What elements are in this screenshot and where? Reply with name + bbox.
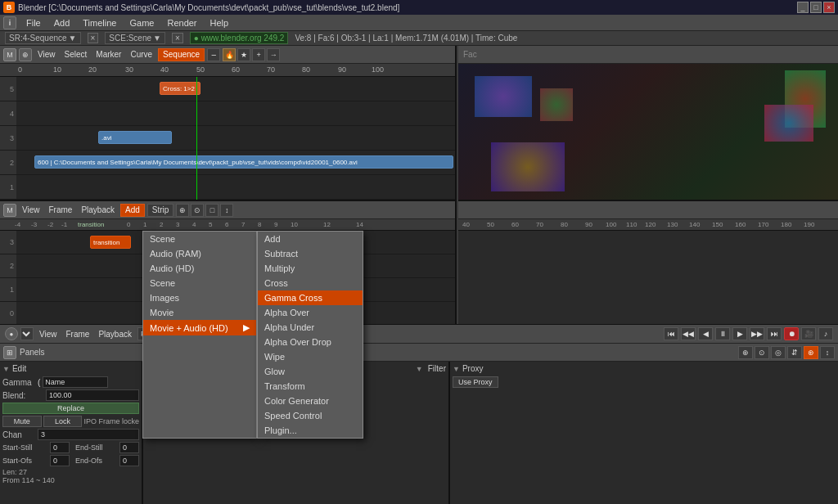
seq-arrow-btn[interactable]: → xyxy=(267,48,280,61)
clip-avi-local[interactable]: .avi xyxy=(98,131,172,144)
menu-audio-ram[interactable]: Scene xyxy=(143,232,256,246)
start-ofs-wrap[interactable]: 0 xyxy=(50,455,70,466)
seq-flame-btn[interactable]: 🔥 xyxy=(223,48,236,61)
seq2-btn1[interactable]: ⊕ xyxy=(176,204,189,217)
mute-btn[interactable]: Mute xyxy=(2,416,42,427)
panel-btn-5[interactable]: ⊛ xyxy=(804,346,818,359)
seq-plus-btn[interactable]: + xyxy=(252,48,265,61)
seq2-add-btn[interactable]: Add xyxy=(120,204,145,217)
submenu-multiply[interactable]: Multiply xyxy=(258,261,363,276)
play-playback[interactable]: Playback xyxy=(95,329,135,340)
panel-btn-2[interactable]: ⊙ xyxy=(755,346,769,359)
seq-marker-menu[interactable]: Marker xyxy=(92,49,124,60)
play-audio[interactable]: ♪ xyxy=(818,327,833,340)
submenu-wipe[interactable]: Wipe xyxy=(258,349,363,364)
menu-movie-audio[interactable]: Movie xyxy=(143,305,256,320)
play-stop[interactable]: ⏸ xyxy=(715,327,730,340)
submenu-add[interactable]: Add xyxy=(258,232,363,246)
clip-avi-600[interactable]: 600 | C:\Documents and Settings\Carla\My… xyxy=(34,155,453,169)
chan-val-wrap[interactable]: 3 xyxy=(38,429,139,440)
lock-btn[interactable]: Lock xyxy=(43,416,83,427)
name-input[interactable] xyxy=(43,376,108,388)
menu-game[interactable]: Game xyxy=(126,17,157,29)
seq2-playback[interactable]: Playback xyxy=(78,205,118,215)
x-close[interactable]: × xyxy=(88,33,99,43)
start-still-label: Start-Still xyxy=(2,443,47,452)
seq-select-menu[interactable]: Select xyxy=(61,49,91,60)
menu-file[interactable]: File xyxy=(23,17,44,29)
submenu-plugin[interactable]: Plugin... xyxy=(258,423,363,438)
sr-selector[interactable]: SR:4-Sequence ▼ xyxy=(5,32,81,44)
panel-btn-6[interactable]: ↕ xyxy=(820,346,835,359)
play-mode-select[interactable] xyxy=(20,327,34,340)
blender-url: ● www.blender.org 249.2 xyxy=(190,32,289,44)
panels-label: Panels xyxy=(20,348,45,357)
start-still-wrap[interactable]: 0 xyxy=(50,442,70,453)
use-proxy-btn[interactable]: Use Proxy xyxy=(453,376,498,388)
end-ofs-wrap[interactable]: 0 xyxy=(119,455,139,466)
play-fwd2[interactable]: ▶▶ xyxy=(750,327,764,340)
menu-help[interactable]: Help xyxy=(207,17,232,29)
menu-images[interactable]: Scene xyxy=(143,276,256,290)
play-play[interactable]: ▶ xyxy=(732,327,747,340)
start-ofs-label: Start-Ofs xyxy=(2,457,47,465)
maximize-btn[interactable]: □ xyxy=(810,2,822,13)
play-back1[interactable]: ◀ xyxy=(698,327,713,340)
submenu-alpha-over-drop[interactable]: Alpha Over Drop xyxy=(258,335,363,349)
seq2-strip-btn[interactable]: Strip xyxy=(147,204,174,217)
clip-cross[interactable]: Cross: 1>2 xyxy=(160,82,200,95)
menu-timeline[interactable]: Timeline xyxy=(79,17,119,29)
seq2-frame[interactable]: Frame xyxy=(46,205,76,215)
menu-scene[interactable]: Audio (HD) xyxy=(143,261,256,276)
seq-tab-sequence[interactable]: Sequence xyxy=(158,48,205,61)
panel-btn-4[interactable]: ⇵ xyxy=(787,346,802,359)
sce-selector[interactable]: SCE:Scene ▼ xyxy=(105,32,165,44)
menu-movie[interactable]: Images xyxy=(143,290,256,305)
sce-close[interactable]: × xyxy=(172,33,183,43)
seq2-view[interactable]: View xyxy=(19,205,43,215)
submenu-cross[interactable]: Cross xyxy=(258,276,363,290)
end-still-wrap[interactable]: 0 xyxy=(119,442,139,453)
play-frame[interactable]: Frame xyxy=(63,329,93,340)
seq-view-menu[interactable]: View xyxy=(34,49,59,60)
menu-effect[interactable]: Movie + Audio (HD) ▶ xyxy=(143,320,256,335)
seq-star-btn[interactable]: ★ xyxy=(237,48,250,61)
menu-render[interactable]: Render xyxy=(164,17,200,29)
submenu-color-gen[interactable]: Color Generator xyxy=(258,394,363,408)
panel-btn-1[interactable]: ⊕ xyxy=(738,346,753,359)
close-btn[interactable]: × xyxy=(823,2,835,13)
play-view[interactable]: View xyxy=(36,329,61,340)
ruler-40: 40 xyxy=(160,65,169,74)
blend-input-wrap[interactable]: 100.00 xyxy=(46,389,139,401)
ruler-70: 70 xyxy=(267,65,275,74)
clip-transition[interactable]: transition xyxy=(90,236,131,249)
submenu-speed-control[interactable]: Speed Control xyxy=(258,408,363,423)
proxy-title: Proxy xyxy=(462,364,484,373)
play-end[interactable]: ⏭ xyxy=(767,327,782,340)
seq2-btn2[interactable]: ⊙ xyxy=(191,204,204,217)
replace-btn[interactable]: Replace xyxy=(2,403,139,414)
seq-minus[interactable]: − xyxy=(207,48,220,61)
seq2-btn3[interactable]: □ xyxy=(205,204,219,217)
submenu-glow[interactable]: Glow xyxy=(258,364,363,379)
menu-audio-hd[interactable]: Audio (RAM) xyxy=(143,246,256,261)
seq-curve-menu[interactable]: Curve xyxy=(127,49,155,60)
seq2-btn4[interactable]: ↕ xyxy=(220,204,233,217)
menu-add[interactable]: Add xyxy=(51,17,74,29)
play-back2[interactable]: ◀◀ xyxy=(681,327,696,340)
end-still-label: End-Still xyxy=(72,443,117,452)
submenu-subtract[interactable]: Subtract xyxy=(258,246,363,261)
minimize-btn[interactable]: _ xyxy=(797,2,809,13)
panel-btn-3[interactable]: ◎ xyxy=(771,346,786,359)
ruler-0: 0 xyxy=(18,65,22,74)
blend-label: Blend: xyxy=(2,391,43,400)
play-cam[interactable]: 🎥 xyxy=(801,327,816,340)
ruler-60: 60 xyxy=(232,65,240,74)
play-record[interactable]: ⏺ xyxy=(784,327,799,340)
submenu-gamma-cross[interactable]: Gamma Cross xyxy=(258,290,363,305)
submenu-alpha-over[interactable]: Alpha Over xyxy=(258,305,363,320)
sce-label: SCE:Scene xyxy=(109,34,151,43)
submenu-alpha-under[interactable]: Alpha Under xyxy=(258,320,363,335)
submenu-transform[interactable]: Transform xyxy=(258,379,363,394)
play-rewind[interactable]: ⏮ xyxy=(664,327,678,340)
